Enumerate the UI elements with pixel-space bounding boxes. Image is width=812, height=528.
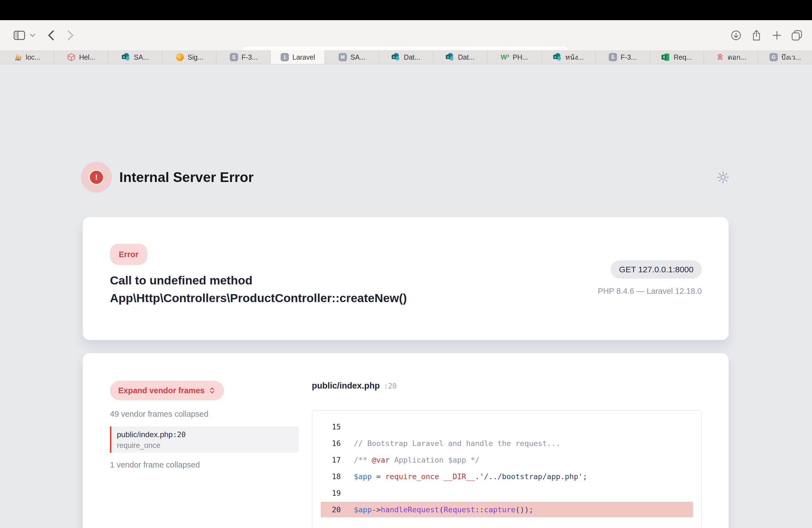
tab-helpdesk[interactable]: Hel... (54, 50, 108, 64)
page-title: Internal Server Error (119, 169, 253, 185)
tab-thai-3[interactable]: G บึงเว... (758, 50, 812, 64)
error-circle-icon: ! (81, 162, 112, 193)
tab-sharepoint-1[interactable]: s SA... (108, 50, 162, 64)
excel-icon: X (662, 53, 670, 62)
tab-f3-2[interactable]: S F-3... (596, 50, 650, 64)
sharepoint-icon: s (392, 53, 401, 62)
code-line: 19 (313, 485, 701, 501)
sharepoint-icon: s (446, 53, 454, 62)
laravel-icon (67, 53, 76, 62)
letter-s-icon: S (230, 53, 238, 62)
exception-message: Call to undefined method App\Http\Contro… (110, 272, 524, 307)
tab-thai-2[interactable]: ดอก... (704, 50, 758, 64)
tab-bar: PMA loc... Hel... s SA... Sig... S F-3..… (0, 50, 812, 64)
forward-button[interactable] (64, 20, 77, 50)
tab-thai-1[interactable]: s หนัง... (541, 50, 596, 64)
vendor-frames-collapsed-bottom: 1 vendor frame collapsed (110, 460, 200, 469)
code-line: 17/** @var Application $app */ (313, 452, 701, 468)
code-lines: 1516// Bootstrap Laravel and handle the … (313, 419, 701, 518)
letter-s-icon: S (608, 53, 617, 62)
code-line: 18$app = require_once __DIR__.'/../boots… (313, 468, 701, 485)
tab-php-w3[interactable]: W³ PH... (488, 50, 541, 64)
new-tab-icon[interactable] (770, 20, 784, 50)
tab-sig[interactable]: Sig... (162, 50, 217, 64)
tab-overview-icon[interactable] (789, 20, 804, 50)
sharepoint-icon: s (122, 53, 131, 62)
w3schools-icon: W³ (501, 53, 509, 62)
code-line: 16// Bootstrap Laravel and handle the re… (313, 435, 701, 452)
tab-sa-m[interactable]: M SA... (325, 50, 379, 64)
share-icon[interactable] (750, 20, 764, 50)
menubar-strip (0, 0, 812, 20)
vendor-frames-collapsed-top: 49 vendor frames collapsed (110, 410, 208, 419)
letter-g-icon: G (769, 53, 778, 62)
tab-req-excel[interactable]: X Req... (650, 50, 704, 64)
code-line: 20$app->handleRequest(Request::capture()… (313, 501, 701, 518)
code-file-header: public/index.php :20 (312, 381, 396, 391)
browser-toolbar: 127.0.0.1 A ก (0, 20, 812, 50)
frame-method-label: require_once (117, 441, 299, 450)
request-method-badge: GET 127.0.0.1:8000 (611, 260, 702, 279)
back-button[interactable] (45, 20, 57, 50)
sidebar-toggle-icon[interactable] (12, 20, 27, 50)
code-line: 15 (313, 419, 701, 435)
frame-file-label: public/index.php:20 (117, 430, 299, 439)
stack-frame-item[interactable]: public/index.php:20 require_once (110, 426, 299, 453)
page-background: ! Internal Server Error Error Call to un… (0, 64, 812, 528)
sharepoint-icon: s (553, 53, 562, 62)
phpmyadmin-icon: PMA (14, 53, 23, 62)
version-info: PHP 8.4.6 — Laravel 12.18.0 (598, 287, 702, 296)
expand-chevrons-icon (208, 386, 216, 394)
theme-toggle-sun-icon[interactable] (716, 171, 730, 184)
tab-localhost[interactable]: PMA loc... (0, 50, 54, 64)
tab-dat-2[interactable]: s Dat... (433, 50, 488, 64)
letter-m-icon: M (338, 53, 347, 62)
tab-dat-1[interactable]: s Dat... (379, 50, 433, 64)
chevron-down-icon[interactable] (29, 20, 37, 50)
error-type-badge: Error (110, 244, 147, 265)
code-file-line: :20 (383, 382, 396, 390)
stacktrace-card: Expand vendor frames 49 vendor frames co… (83, 353, 729, 528)
red-chevrons-icon (715, 53, 724, 62)
exception-card: Error Call to undefined method App\Http\… (83, 217, 729, 340)
tab-f3-1[interactable]: S F-3... (217, 50, 271, 64)
tab-laravel-active[interactable]: 1 Laravel (271, 50, 325, 64)
number-1-icon: 1 (280, 53, 289, 62)
code-file-name: public/index.php (312, 381, 380, 391)
code-snippet-panel[interactable]: 1516// Bootstrap Laravel and handle the … (312, 410, 702, 528)
orange-globe-icon (175, 53, 184, 62)
downloads-icon[interactable] (729, 20, 743, 50)
expand-vendor-frames-button[interactable]: Expand vendor frames (110, 381, 224, 400)
